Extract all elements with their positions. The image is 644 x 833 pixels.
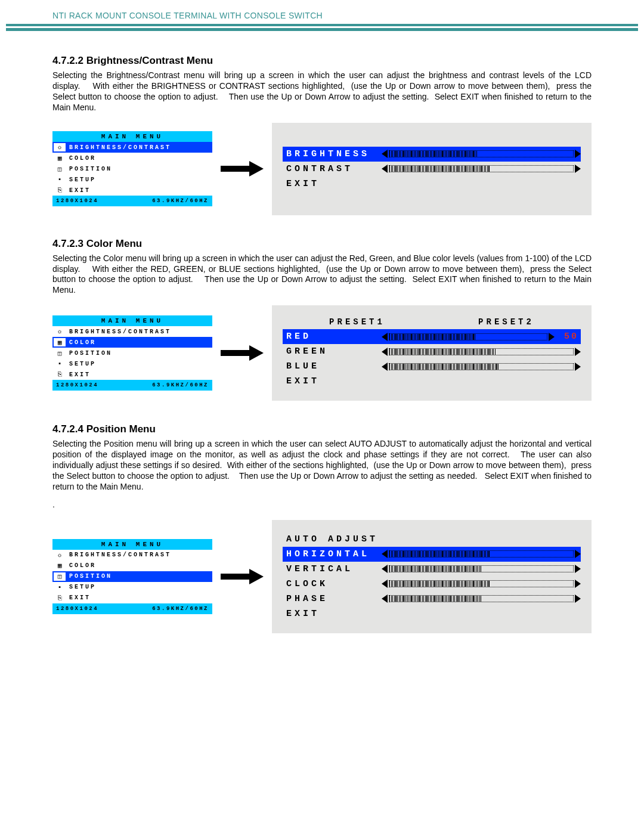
menu-item-position[interactable]: ◫ POSITION xyxy=(52,348,212,358)
slider-track xyxy=(389,565,574,572)
menu-item-color[interactable]: ▦ COLOR xyxy=(52,153,212,163)
submenu-item-vertical[interactable]: VERTICAL xyxy=(283,562,581,577)
slider-left-icon[interactable] xyxy=(382,150,388,158)
menu-item-setup[interactable]: ▪ SETUP xyxy=(52,174,212,185)
slider-right-icon[interactable] xyxy=(575,565,581,573)
submenu-item-green[interactable]: GREEN xyxy=(283,344,581,359)
setup-icon: ▪ xyxy=(54,360,66,368)
menu-item-position[interactable]: ◫ POSITION xyxy=(52,571,212,582)
status-frequency: 63.9KHZ/60HZ xyxy=(152,606,209,612)
menu-item-label: COLOR xyxy=(66,339,96,346)
menu-item-label: EXIT xyxy=(66,371,91,378)
main-menu-panel: MAIN MENU ☼ BRIGHTNESS/CONTRAST ▦ COLOR … xyxy=(52,315,212,391)
preset2-label[interactable]: PRESET2 xyxy=(478,317,534,327)
menu-item-exit[interactable]: ⎘ EXIT xyxy=(52,369,212,380)
menu-item-brightness-contrast[interactable]: ☼ BRIGHTNESS/CONTRAST xyxy=(52,326,212,337)
slider-right-icon[interactable] xyxy=(575,550,581,558)
menu-item-color[interactable]: ▦ COLOR xyxy=(52,561,212,571)
section-body-brightness: Selecting the Brightness/Contrast menu w… xyxy=(52,70,592,113)
menu-item-setup[interactable]: ▪ SETUP xyxy=(52,358,212,369)
slider-right-icon[interactable] xyxy=(549,333,555,341)
position-icon: ◫ xyxy=(54,572,66,581)
page-header: NTI RACK MOUNT CONSOLE TERMINAL WITH CON… xyxy=(0,0,644,24)
section-heading-brightness: 4.7.2.2 Brightness/Contrast Menu xyxy=(52,55,592,67)
submenu-item-label: HORIZONTAL xyxy=(283,549,382,559)
menu-item-color[interactable]: ▦ COLOR xyxy=(52,337,212,348)
submenu-item-contrast[interactable]: CONTRAST xyxy=(283,162,581,176)
header-rule xyxy=(6,24,638,31)
slider-right-icon[interactable] xyxy=(575,165,581,173)
menu-status-bar: 1280X1024 63.9KHZ/60HZ xyxy=(52,380,212,391)
status-resolution: 1280X1024 xyxy=(56,606,98,612)
slider-track xyxy=(389,165,574,172)
menu-item-label: SETUP xyxy=(66,584,96,590)
slider-right-icon[interactable] xyxy=(575,348,581,356)
arrow-icon xyxy=(221,161,264,176)
menu-item-label: BRIGHTNESS/CONTRAST xyxy=(66,552,171,558)
palette-icon: ▦ xyxy=(54,562,66,570)
slider-left-icon[interactable] xyxy=(382,165,388,173)
slider[interactable] xyxy=(382,150,581,158)
slider-right-icon[interactable] xyxy=(575,363,581,371)
slider[interactable] xyxy=(382,333,555,341)
slider-left-icon[interactable] xyxy=(382,333,388,341)
sun-icon: ☼ xyxy=(54,327,66,336)
menu-item-brightness-contrast[interactable]: ☼ BRIGHTNESS/CONTRAST xyxy=(52,142,212,153)
menu-item-exit[interactable]: ⎘ EXIT xyxy=(52,185,212,196)
slider[interactable] xyxy=(382,165,581,173)
main-menu-title: MAIN MENU xyxy=(52,315,212,326)
menu-item-label: EXIT xyxy=(66,187,91,194)
slider-track xyxy=(389,348,574,355)
menu-item-label: POSITION xyxy=(66,573,112,580)
slider[interactable] xyxy=(382,348,581,356)
submenu-item-horizontal[interactable]: HORIZONTAL xyxy=(283,547,581,562)
submenu-item-auto-adjust[interactable]: AUTO ADJUST xyxy=(283,532,581,547)
menu-item-label: EXIT xyxy=(66,594,91,601)
slider-left-icon[interactable] xyxy=(382,348,388,356)
menu-item-setup[interactable]: ▪ SETUP xyxy=(52,582,212,593)
slider-left-icon[interactable] xyxy=(382,363,388,371)
figure-color: MAIN MENU ☼ BRIGHTNESS/CONTRAST ▦ COLOR … xyxy=(52,305,592,401)
submenu-item-exit[interactable]: EXIT xyxy=(283,374,581,389)
slider[interactable] xyxy=(382,550,581,558)
brightness-submenu: BRIGHTNESS CONTRAST EXIT xyxy=(272,123,592,215)
submenu-item-phase[interactable]: PHASE xyxy=(283,592,581,606)
slider-right-icon[interactable] xyxy=(575,150,581,158)
menu-status-bar: 1280X1024 63.9KHZ/60HZ xyxy=(52,603,212,614)
section-heading-color: 4.7.2.3 Color Menu xyxy=(52,238,592,250)
submenu-item-label: CLOCK xyxy=(283,579,382,589)
slider[interactable] xyxy=(382,580,581,588)
menu-item-position[interactable]: ◫ POSITION xyxy=(52,163,212,174)
slider-left-icon[interactable] xyxy=(382,565,388,573)
submenu-item-clock[interactable]: CLOCK xyxy=(283,577,581,592)
slider-track xyxy=(389,595,574,602)
figure-brightness: MAIN MENU ☼ BRIGHTNESS/CONTRAST ▦ COLOR … xyxy=(52,123,592,215)
slider-right-icon[interactable] xyxy=(575,594,581,603)
slider-left-icon[interactable] xyxy=(382,580,388,588)
slider[interactable] xyxy=(382,565,581,573)
submenu-item-label: PHASE xyxy=(283,594,382,604)
sun-icon: ☼ xyxy=(54,143,66,151)
slider[interactable] xyxy=(382,363,581,371)
slider[interactable] xyxy=(382,594,581,603)
submenu-item-exit[interactable]: EXIT xyxy=(283,606,581,621)
arrow-icon xyxy=(221,345,264,361)
menu-item-label: SETUP xyxy=(66,176,96,183)
submenu-item-label: GREEN xyxy=(283,346,382,357)
preset1-label[interactable]: PRESET1 xyxy=(329,317,385,327)
submenu-item-brightness[interactable]: BRIGHTNESS xyxy=(283,147,581,162)
slider-left-icon[interactable] xyxy=(382,594,388,603)
menu-item-brightness-contrast[interactable]: ☼ BRIGHTNESS/CONTRAST xyxy=(52,550,212,561)
submenu-item-red[interactable]: RED 50 xyxy=(283,329,581,344)
stray-dot: . xyxy=(52,500,592,510)
menu-item-label: BRIGHTNESS/CONTRAST xyxy=(66,144,171,151)
submenu-item-label: BLUE xyxy=(283,361,382,371)
submenu-item-blue[interactable]: BLUE xyxy=(283,359,581,374)
section-body-position: Selecting the Position menu will bring u… xyxy=(52,439,592,493)
slider-left-icon[interactable] xyxy=(382,550,388,558)
slider-right-icon[interactable] xyxy=(575,580,581,588)
submenu-item-exit[interactable]: EXIT xyxy=(283,176,581,191)
position-icon: ◫ xyxy=(54,349,66,357)
submenu-item-label: EXIT xyxy=(283,376,382,386)
menu-item-exit[interactable]: ⎘ EXIT xyxy=(52,593,212,603)
